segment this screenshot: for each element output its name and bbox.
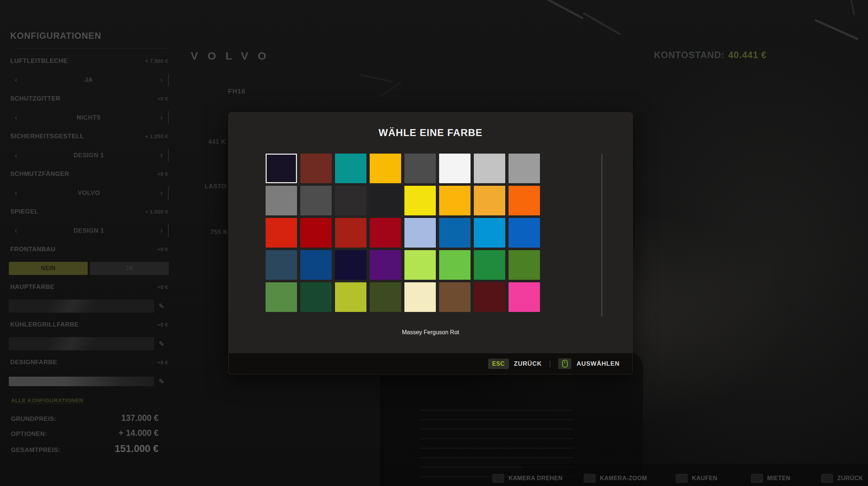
color-swatch[interactable] bbox=[335, 250, 366, 280]
color-swatch[interactable] bbox=[335, 186, 366, 215]
color-swatch[interactable] bbox=[404, 218, 436, 248]
sidebar-title: KONFIGURATIONEN bbox=[10, 31, 169, 41]
account-balance: KONTOSTAND:40.441 € bbox=[654, 50, 767, 60]
color-swatch[interactable] bbox=[439, 282, 471, 312]
config-item-frontanbau: FRONTANBAU+0 €NEINJA bbox=[9, 246, 169, 275]
color-swatch[interactable] bbox=[404, 282, 436, 312]
color-swatch[interactable] bbox=[509, 282, 540, 312]
paint-brush-icon[interactable]: ✎ bbox=[154, 340, 169, 348]
color-swatch[interactable] bbox=[300, 154, 332, 183]
color-swatch[interactable] bbox=[474, 218, 505, 248]
color-swatch[interactable] bbox=[439, 154, 471, 183]
color-swatch[interactable] bbox=[370, 250, 401, 280]
next-option-arrow-icon[interactable]: › bbox=[154, 111, 169, 124]
toggle-option-nein[interactable]: NEIN bbox=[9, 262, 88, 275]
color-swatch-grid bbox=[266, 154, 577, 314]
color-swatch[interactable] bbox=[509, 218, 540, 248]
color-swatch[interactable] bbox=[404, 186, 436, 215]
hotkey-item[interactable]: MIETEN bbox=[751, 474, 790, 483]
color-swatch[interactable] bbox=[370, 154, 401, 183]
config-price: + 7.500 € bbox=[145, 58, 168, 64]
design-color-gradient-bar[interactable] bbox=[9, 377, 154, 386]
color-swatch[interactable] bbox=[266, 154, 297, 183]
config-price: + 1.250 € bbox=[145, 133, 168, 139]
hotkey-item[interactable]: KAUFEN bbox=[676, 474, 717, 483]
color-swatch[interactable] bbox=[370, 218, 401, 248]
config-item-kühlergrillfarbe: KÜHLERGRILLFARBE+0 €✎ bbox=[9, 321, 169, 350]
price-value: 151.000 € bbox=[115, 443, 159, 455]
key-badge-icon bbox=[492, 474, 504, 483]
color-swatch[interactable] bbox=[266, 282, 297, 312]
color-swatch[interactable] bbox=[404, 154, 436, 183]
color-swatch[interactable] bbox=[509, 186, 540, 215]
esc-key-badge[interactable]: ESC bbox=[488, 359, 509, 369]
config-price: +0 € bbox=[157, 359, 168, 365]
prev-option-arrow-icon[interactable]: ‹ bbox=[9, 111, 23, 124]
prev-option-arrow-icon[interactable]: ‹ bbox=[9, 187, 23, 200]
selected-option-value: DESIGN 1 bbox=[23, 227, 154, 234]
paint-brush-icon[interactable]: ✎ bbox=[154, 302, 169, 310]
color-swatch[interactable] bbox=[509, 250, 540, 280]
color-swatch[interactable] bbox=[300, 218, 332, 248]
config-item-header: SCHMUTZFÄNGER+0 € bbox=[10, 170, 168, 178]
next-option-arrow-icon[interactable]: › bbox=[154, 74, 169, 87]
prev-option-arrow-icon[interactable]: ‹ bbox=[9, 74, 23, 87]
next-option-arrow-icon[interactable]: › bbox=[154, 187, 169, 200]
mouse-key-badge[interactable] bbox=[558, 358, 571, 369]
color-swatch[interactable] bbox=[474, 250, 505, 280]
selected-option-value: JA bbox=[23, 76, 154, 84]
color-swatch[interactable] bbox=[439, 218, 471, 248]
reset-configurations-link[interactable]: ALLE KONFIGURATIONEN bbox=[11, 397, 83, 404]
color-swatch[interactable] bbox=[335, 282, 366, 312]
truck-spec-text: LASTO bbox=[205, 183, 226, 190]
hotkey-item[interactable]: KAMERA-ZOOM bbox=[584, 474, 647, 483]
selected-option-value: VOLVO bbox=[23, 189, 154, 197]
dialog-scrollbar[interactable] bbox=[601, 154, 602, 317]
color-swatch[interactable] bbox=[439, 186, 471, 215]
color-swatch[interactable] bbox=[509, 154, 540, 183]
option-selector: ‹DESIGN 1› bbox=[9, 224, 169, 237]
select-button[interactable]: AUSWÄHLEN bbox=[576, 360, 620, 368]
price-value: + 14.000 € bbox=[119, 428, 159, 438]
config-item-header: LUFTLEITBLECHE+ 7.500 € bbox=[10, 57, 168, 65]
price-row: GRUNDPREIS:137.000 € bbox=[11, 413, 159, 423]
toggle-option-ja[interactable]: JA bbox=[90, 262, 169, 275]
color-swatch[interactable] bbox=[404, 250, 436, 280]
color-swatch[interactable] bbox=[474, 154, 505, 183]
selector-scroll-indicator bbox=[168, 149, 169, 162]
paint-brush-icon[interactable]: ✎ bbox=[154, 377, 169, 386]
color-swatch[interactable] bbox=[335, 218, 366, 248]
current-color-strip[interactable] bbox=[9, 299, 154, 313]
color-swatch[interactable] bbox=[266, 186, 297, 215]
current-color-strip[interactable] bbox=[9, 337, 154, 350]
color-swatch[interactable] bbox=[266, 250, 297, 280]
color-swatch[interactable] bbox=[474, 282, 505, 312]
config-price: +0 € bbox=[157, 246, 168, 252]
config-item-header: SPIEGEL+ 1.000 € bbox=[10, 208, 168, 215]
prev-option-arrow-icon[interactable]: ‹ bbox=[9, 224, 23, 237]
volvo-logo: VOLVO bbox=[191, 50, 276, 62]
selector-scroll-indicator bbox=[168, 224, 169, 237]
key-badge-icon bbox=[821, 474, 833, 483]
hotkey-item[interactable]: ZURÜCK bbox=[821, 474, 863, 483]
color-swatch[interactable] bbox=[370, 186, 401, 215]
prev-option-arrow-icon[interactable]: ‹ bbox=[9, 149, 23, 162]
next-option-arrow-icon[interactable]: › bbox=[154, 224, 169, 237]
next-option-arrow-icon[interactable]: › bbox=[154, 149, 169, 162]
config-label: HAUPTFARBE bbox=[10, 283, 54, 291]
color-swatch[interactable] bbox=[439, 250, 471, 280]
config-label: LUFTLEITBLECHE bbox=[10, 57, 68, 65]
config-label: SICHERHEITSGESTELL bbox=[10, 133, 84, 140]
hotkey-item[interactable]: KAMERA DREHEN bbox=[492, 474, 563, 483]
color-swatch[interactable] bbox=[474, 186, 505, 215]
color-swatch[interactable] bbox=[335, 154, 366, 183]
color-swatch[interactable] bbox=[300, 250, 332, 280]
color-swatch[interactable] bbox=[370, 282, 401, 312]
color-swatch[interactable] bbox=[300, 186, 332, 215]
config-item-luftleitbleche: LUFTLEITBLECHE+ 7.500 €‹JA› bbox=[9, 57, 169, 87]
color-swatch[interactable] bbox=[300, 282, 332, 312]
back-button[interactable]: ZURÜCK bbox=[514, 360, 542, 368]
hotkey-label: KAMERA DREHEN bbox=[509, 475, 563, 482]
color-swatch[interactable] bbox=[266, 218, 297, 248]
price-label: OPTIONEN: bbox=[11, 430, 47, 438]
